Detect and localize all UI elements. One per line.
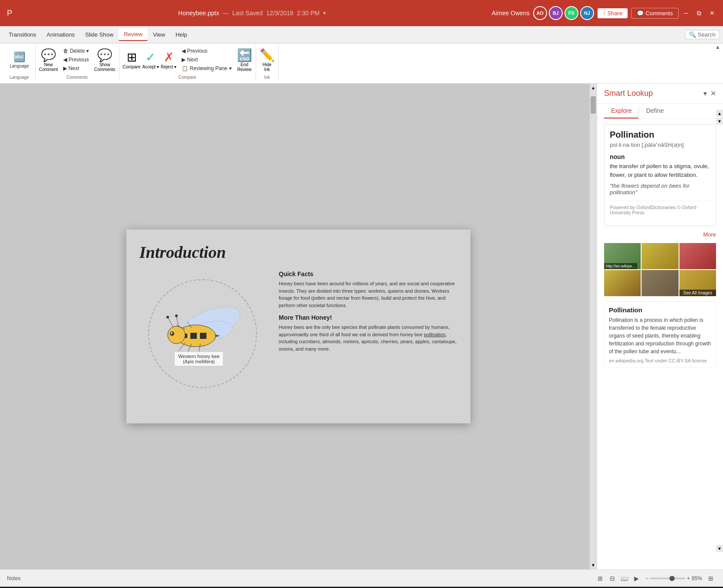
nav-actions: ◀ Previous ▶ Next 📋 Reviewing Pane ▾ [179,47,234,72]
zoom-out-icon[interactable]: − [645,575,649,581]
language-button[interactable]: 🔤 Language [7,50,32,70]
compare-group-label: Compare [179,73,196,80]
search-box[interactable]: 🔍 Search [685,30,720,39]
sl-scroll-area: ▲ ▼ [716,110,723,125]
previous-comment-button[interactable]: ◀ Previous [61,56,91,64]
smart-lookup-tabs: Explore Define [597,104,723,119]
smart-lookup-title: Smart Lookup [604,89,653,98]
slide-scrollbar[interactable]: ▲ ▼ [590,84,597,569]
image-grid: http://en.wikipe... See All Images [604,243,716,296]
wiki-card-source: en.wikipedia.org Text under CC-BY-SA lic… [609,358,711,363]
svg-rect-5 [200,333,206,339]
smart-lookup-close[interactable]: ✕ [710,89,716,98]
comments-button[interactable]: 💬 Comments [631,8,679,19]
restore-button[interactable]: ⧉ [695,9,703,17]
bee-image-container: Western honey bee (Apis mellifera) [139,270,270,392]
smart-lookup-minimize[interactable]: ▾ [703,89,707,98]
svg-point-10 [175,314,178,317]
status-bar: Notes ⊞ ⊟ 📖 ▶ − + 85% ⊞ [0,569,723,587]
share-icon: ↑ [603,10,606,17]
share-button[interactable]: ↑ Share [598,8,628,18]
ribbon: 🔤 Language Language 💬 New Comment 🗑 Dele… [0,44,723,84]
menu-slideshow[interactable]: Slide Show [80,29,118,41]
ribbon-group-ink: ✏️ Hide Ink Ink [256,45,279,81]
ribbon-group-language: 🔤 Language Language [3,45,36,81]
avatar-2: BJ [549,6,563,20]
view-buttons: ⊞ ⊟ 📖 ▶ [595,573,642,584]
svg-line-12 [179,342,185,351]
filename: Honeybee.pptx [178,10,219,17]
more-honey-title: More Than Honey! [279,314,457,321]
tab-define[interactable]: Define [639,104,670,118]
wikipedia-card: Pollination Pollination is a process in … [604,301,716,368]
zoom-in-icon[interactable]: + [687,575,690,581]
menu-transitions[interactable]: Transitions [3,29,41,41]
end-review-button[interactable]: 🔚 End Review [237,48,252,72]
collaborator-avatars: AO BJ FS NJ [533,6,594,20]
quick-facts-body: Honey bees have been around for millions… [279,280,457,309]
fit-to-window-button[interactable]: ⊞ [706,573,716,584]
dropdown-arrow[interactable]: ▾ [323,10,326,16]
show-comments-button[interactable]: 💬 Show Comments [94,48,115,72]
scroll-thumb [591,96,596,114]
definition-source: Powered by OxfordDictionaries © Oxford U… [610,201,710,215]
see-all-images[interactable]: See All Images [679,290,716,296]
slide-title: Introduction [126,230,470,270]
reject-button[interactable]: ✗ Reject ▾ [161,50,176,69]
quick-facts-title: Quick Facts [279,270,457,277]
image-2 [642,243,678,269]
svg-line-9 [176,316,179,326]
avatar-4: NJ [580,6,594,20]
reviewing-pane-button[interactable]: 📋 Reviewing Pane ▾ [179,64,234,72]
hide-ink-button[interactable]: ✏️ Hide Ink [260,48,275,72]
scroll-up-button[interactable]: ▲ [589,84,597,92]
image-1: http://en.wikipe... [604,243,641,269]
bee-illustration [144,275,261,397]
search-icon: 🔍 [689,31,696,38]
reading-view-button[interactable]: 📖 [619,573,630,584]
new-comment-button[interactable]: 💬 New Comment [39,48,58,72]
pollination-link: pollination [424,332,446,337]
wiki-label-1: http://en.wikipe... [604,263,637,269]
language-buttons: 🔤 Language [7,47,32,72]
slide: Introduction [126,230,470,423]
sl-scroll-up[interactable]: ▲ [716,110,723,117]
zoom-slider[interactable] [650,578,685,579]
slide-sorter-button[interactable]: ⊟ [607,573,618,584]
definition-pos: noun [610,153,710,160]
next-comment-button[interactable]: ▶ Next [61,64,91,72]
slide-show-button[interactable]: ▶ [632,573,642,584]
language-icon: 🔤 [14,51,25,63]
powerpoint-icon: P [7,9,12,18]
sl-scroll-bottom-btn[interactable]: ▼ [716,545,723,552]
sl-scroll-down[interactable]: ▼ [716,118,723,125]
menu-review[interactable]: Review [118,28,148,41]
minimize-button[interactable]: ─ [682,9,690,17]
search-label: Search [698,31,716,38]
accept-button[interactable]: ✓ Accept ▾ [142,50,159,69]
more-link[interactable]: More [604,231,716,238]
previous-change-button[interactable]: ◀ Previous [179,47,234,55]
comments-group-label: Comments [67,73,88,80]
menu-animations[interactable]: Animations [41,29,80,41]
ribbon-collapse-button[interactable]: ▲ [713,44,723,51]
definition-phonetic: pol·li·na·tion [ˌpäləˈnāSH(ə)n] [610,142,710,148]
next-change-button[interactable]: ▶ Next [179,56,234,64]
delete-comment-button[interactable]: 🗑 Delete ▾ [61,47,91,55]
saved-label: — [223,10,229,17]
wiki-card-text: Pollination is a process in which pollen… [609,316,711,355]
tab-explore[interactable]: Explore [604,104,639,118]
image-5 [642,270,678,296]
normal-view-button[interactable]: ⊞ [595,573,605,584]
title-bar-right: Aimee Owens AO BJ FS NJ ↑ Share 💬 Commen… [492,6,716,20]
ink-buttons: ✏️ Hide Ink [260,47,275,72]
menu-help[interactable]: Help [170,29,193,41]
close-button[interactable]: ✕ [708,9,716,17]
menu-bar: Transitions Animations Slide Show Review… [0,26,723,44]
svg-line-7 [168,318,173,327]
notes-label[interactable]: Notes [7,575,20,581]
accept-icon: ✓ [145,50,155,64]
menu-view[interactable]: View [148,29,170,41]
compare-button[interactable]: ⊞ Compare [123,50,141,69]
scroll-down-button[interactable]: ▼ [589,561,597,569]
